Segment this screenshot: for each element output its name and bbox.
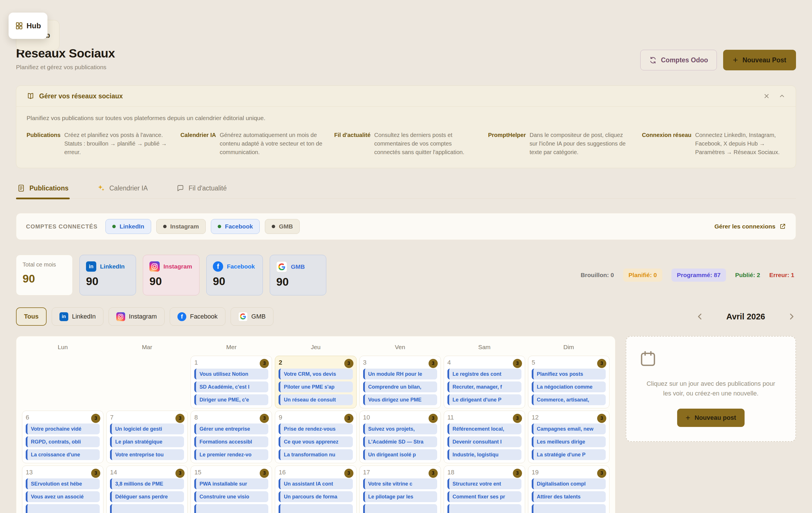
post-pill[interactable]: Devenir consultant I bbox=[447, 436, 521, 447]
nouveau-post-button[interactable]: + Nouveau Post bbox=[723, 50, 796, 70]
day-cell-10[interactable]: 103Suivez vos projets,L'Académie SD — St… bbox=[359, 411, 441, 463]
stat-total-label: Total ce mois bbox=[23, 261, 66, 268]
day-cell-11[interactable]: 113Référencement local,Devenir consultan… bbox=[444, 411, 525, 463]
day-cell-3[interactable]: 33Un module RH pour leComprendre un bila… bbox=[359, 356, 441, 408]
post-pill[interactable]: Ce que vous apprenez bbox=[279, 436, 353, 447]
post-pill[interactable]: Le plan stratégique bbox=[110, 436, 184, 447]
day-posts: Un assistant IA contUn parcours de forma bbox=[279, 478, 353, 513]
day-cell-14[interactable]: 1433,8 millions de PMEDéléguer sans perd… bbox=[106, 465, 188, 513]
day-cell-7[interactable]: 73Un logiciel de gestiLe plan stratégiqu… bbox=[106, 411, 188, 463]
post-pill[interactable]: Un assistant IA cont bbox=[279, 478, 353, 489]
post-pill[interactable]: Vous avez un associé bbox=[26, 491, 100, 502]
filter-button-gmb[interactable]: GMB bbox=[231, 307, 273, 326]
post-pill[interactable] bbox=[447, 504, 521, 513]
tab-publications[interactable]: Publications bbox=[16, 183, 70, 198]
day-cell-1[interactable]: 13Vous utilisez NotionSD Académie, c'est… bbox=[191, 356, 272, 408]
post-pill[interactable]: Suivez vos projets, bbox=[363, 424, 437, 434]
post-pill[interactable]: Gérer une entreprise bbox=[194, 424, 268, 434]
post-pill[interactable]: La croissance d'une bbox=[26, 449, 100, 460]
tab-fil-d-actualit[interactable]: Fil d'actualité bbox=[175, 183, 228, 198]
comptes-odoo-button[interactable]: Comptes Odoo bbox=[640, 50, 717, 70]
post-pill[interactable]: Digitalisation compl bbox=[532, 478, 606, 489]
post-pill[interactable]: Vous dirigez une PME bbox=[363, 394, 437, 405]
post-pill[interactable]: La négociation comme bbox=[532, 381, 606, 392]
post-pill[interactable]: Recruter, manager, f bbox=[447, 381, 521, 392]
post-pill[interactable] bbox=[194, 504, 268, 513]
post-pill[interactable]: La transformation nu bbox=[279, 449, 353, 460]
day-cell-17[interactable]: 173Votre site vitrine cLe pilotage par l… bbox=[359, 465, 441, 513]
post-pill[interactable]: 3,8 millions de PME bbox=[110, 478, 184, 489]
post-pill[interactable]: Un logiciel de gesti bbox=[110, 424, 184, 434]
day-cell-12[interactable]: 123Campagnes email, newLes meilleurs dir… bbox=[528, 411, 609, 463]
post-pill[interactable]: Votre prochaine vidé bbox=[26, 424, 100, 434]
day-cell-16[interactable]: 163Un assistant IA contUn parcours de fo… bbox=[275, 465, 356, 513]
filter-button-linkedin[interactable]: inLinkedIn bbox=[52, 307, 104, 326]
filter-button-facebook[interactable]: fFacebook bbox=[170, 307, 226, 326]
day-cell-4[interactable]: 43Le registre des contRecruter, manager,… bbox=[444, 356, 525, 408]
post-pill[interactable]: Un module RH pour le bbox=[363, 369, 437, 379]
post-pill[interactable]: Votre entreprise tou bbox=[110, 449, 184, 460]
next-month-button[interactable] bbox=[787, 312, 796, 321]
post-pill[interactable]: Piloter une PME s'ap bbox=[279, 381, 353, 392]
account-pill-instagram[interactable]: Instagram bbox=[156, 219, 206, 234]
post-pill[interactable] bbox=[279, 504, 353, 513]
day-cell-2[interactable]: 23Votre CRM, vos devisPiloter une PME s'… bbox=[275, 356, 356, 408]
day-cell-15[interactable]: 153PWA installable surConstruire une vis… bbox=[191, 465, 272, 513]
day-cell-13[interactable]: 133SErvolution est hébeVous avez un asso… bbox=[22, 465, 104, 513]
filter-button-tous[interactable]: Tous bbox=[16, 307, 47, 326]
banner-features: PublicationsCréez et planifiez vos posts… bbox=[27, 131, 785, 156]
account-pill-gmb[interactable]: GMB bbox=[265, 219, 300, 234]
tab-calendrier-ia[interactable]: Calendrier IA bbox=[96, 183, 149, 198]
post-pill[interactable]: Un dirigeant isolé p bbox=[363, 449, 437, 460]
account-pill-facebook[interactable]: Facebook bbox=[211, 219, 260, 234]
post-pill[interactable]: Commerce, artisanat, bbox=[532, 394, 606, 405]
account-pill-linkedin[interactable]: LinkedIn bbox=[106, 219, 151, 234]
post-pill[interactable]: Le registre des cont bbox=[447, 369, 521, 379]
manage-connections-link[interactable]: Gérer les connexions bbox=[714, 223, 786, 230]
day-cell-18[interactable]: 183Structurez votre entComment fixer ses… bbox=[444, 465, 525, 513]
post-pill[interactable]: Votre site vitrine c bbox=[363, 478, 437, 489]
post-pill[interactable]: Un réseau de consult bbox=[279, 394, 353, 405]
post-pill[interactable]: Planifiez vos posts bbox=[532, 369, 606, 379]
post-pill[interactable]: Construire une visio bbox=[194, 491, 268, 502]
post-pill[interactable]: Prise de rendez-vous bbox=[279, 424, 353, 434]
post-pill[interactable]: Attirer des talents bbox=[532, 491, 606, 502]
day-cell-8[interactable]: 83Gérer une entrepriseFormations accessi… bbox=[191, 411, 272, 463]
post-pill[interactable]: Le dirigeant d'une P bbox=[447, 394, 521, 405]
post-pill[interactable]: Un parcours de forma bbox=[279, 491, 353, 502]
post-pill[interactable]: Comprendre un bilan, bbox=[363, 381, 437, 392]
post-pill[interactable]: Votre CRM, vos devis bbox=[279, 369, 353, 379]
post-pill[interactable]: Le pilotage par les bbox=[363, 491, 437, 502]
post-pill[interactable]: PWA installable sur bbox=[194, 478, 268, 489]
post-pill[interactable]: Déléguer sans perdre bbox=[110, 491, 184, 502]
post-pill[interactable]: Campagnes email, new bbox=[532, 424, 606, 434]
banner-close-button[interactable] bbox=[763, 93, 770, 100]
post-pill[interactable]: L'Académie SD — Stra bbox=[363, 436, 437, 447]
banner-collapse-button[interactable] bbox=[779, 93, 785, 100]
post-pill[interactable]: Comment fixer ses pr bbox=[447, 491, 521, 502]
panel-nouveau-post-button[interactable]: + Nouveau post bbox=[677, 409, 745, 427]
prev-month-button[interactable] bbox=[695, 312, 704, 321]
filter-button-instagram[interactable]: Instagram bbox=[109, 307, 165, 326]
post-pill[interactable]: SErvolution est hébe bbox=[26, 478, 100, 489]
post-pill[interactable] bbox=[532, 504, 606, 513]
post-pill[interactable]: Vous utilisez Notion bbox=[194, 369, 268, 379]
day-cell-19[interactable]: 193Digitalisation complAttirer des talen… bbox=[528, 465, 609, 513]
post-pill[interactable]: Formations accessibl bbox=[194, 436, 268, 447]
post-pill[interactable]: Industrie, logistiqu bbox=[447, 449, 521, 460]
post-pill[interactable]: Structurez votre ent bbox=[447, 478, 521, 489]
post-pill[interactable]: SD Académie, c'est l bbox=[194, 381, 268, 392]
panel-nouveau-post-label: Nouveau post bbox=[695, 414, 736, 422]
day-cell-9[interactable]: 93Prise de rendez-vousCe que vous appren… bbox=[275, 411, 356, 463]
post-pill[interactable] bbox=[26, 504, 100, 513]
day-cell-6[interactable]: 63Votre prochaine vidéRGPD, contrats, ob… bbox=[22, 411, 104, 463]
post-pill[interactable]: Le premier rendez-vo bbox=[194, 449, 268, 460]
post-pill[interactable] bbox=[110, 504, 184, 513]
day-cell-5[interactable]: 53Planifiez vos postsLa négociation comm… bbox=[528, 356, 609, 408]
post-pill[interactable]: Diriger une PME, c'e bbox=[194, 394, 268, 405]
post-pill[interactable]: La stratégie d'une P bbox=[532, 449, 606, 460]
post-pill[interactable]: Référencement local, bbox=[447, 424, 521, 434]
post-pill[interactable]: RGPD, contrats, obli bbox=[26, 436, 100, 447]
post-pill[interactable] bbox=[363, 504, 437, 513]
post-pill[interactable]: Les meilleurs dirige bbox=[532, 436, 606, 447]
